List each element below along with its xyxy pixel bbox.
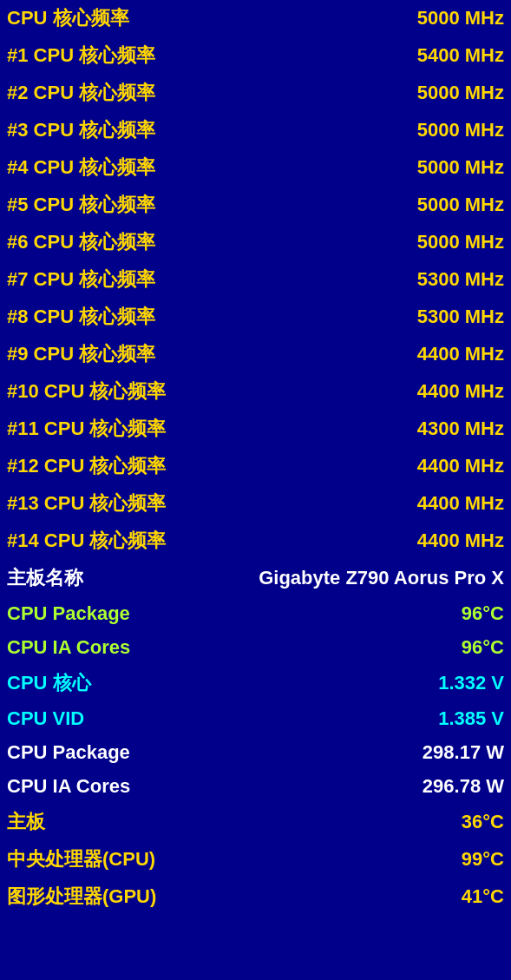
row-cpu-core-5: #5 CPU 核心频率5000 MHz [0, 187, 511, 224]
label-cpu-core-7: #7 CPU 核心频率 [7, 266, 155, 293]
row-cpu-core-12: #12 CPU 核心频率4400 MHz [0, 448, 511, 485]
label-cpu-package-temp: CPU Package [7, 602, 130, 625]
row-cpu-core-6: #6 CPU 核心频率5000 MHz [0, 224, 511, 261]
label-cpu-core-5: #5 CPU 核心频率 [7, 192, 155, 218]
label-cpu-core-1: #1 CPU 核心频率 [7, 43, 155, 69]
row-cpu-core-2: #2 CPU 核心频率5000 MHz [0, 75, 511, 112]
value-mobo-temp: 36°C [462, 811, 504, 833]
value-cpu-core-10: 4400 MHz [417, 380, 504, 403]
label-cpu-core-6: #6 CPU 核心频率 [7, 229, 155, 255]
label-cpu-core-8: #8 CPU 核心频率 [7, 304, 155, 330]
label-mobo-name: 主板名称 [7, 565, 83, 591]
label-cpu-package-power: CPU Package [7, 741, 130, 764]
label-cpu-core-2: #2 CPU 核心频率 [7, 80, 155, 106]
label-cpu-core-11: #11 CPU 核心频率 [7, 416, 166, 442]
label-gpu-temp: 图形处理器(GPU) [7, 884, 156, 910]
value-cpu-core-2: 5000 MHz [417, 82, 504, 104]
row-cpu-ia-cores-temp: CPU IA Cores96°C [0, 631, 511, 665]
label-cpu-vid: CPU VID [7, 707, 84, 730]
label-cpu-core-3: #3 CPU 核心频率 [7, 117, 155, 143]
row-cpu-core-voltage: CPU 核心1.332 V [0, 665, 511, 702]
row-cpu-core-13: #13 CPU 核心频率4400 MHz [0, 485, 511, 523]
label-cpu-core-9: #9 CPU 核心频率 [7, 341, 155, 367]
value-cpu-ia-cores-power: 296.78 W [423, 775, 504, 798]
label-cpu-ia-cores-temp: CPU IA Cores [7, 636, 130, 659]
value-cpu-core-14: 4400 MHz [417, 529, 504, 552]
label-cpu-core-14: #14 CPU 核心频率 [7, 528, 166, 554]
value-cpu-core-voltage: 1.332 V [438, 672, 504, 694]
label-mobo-temp: 主板 [7, 809, 45, 835]
value-cpu-core-1: 5400 MHz [417, 44, 504, 67]
label-cpu-core-10: #10 CPU 核心频率 [7, 378, 166, 404]
label-cpu-core-freq: CPU 核心频率 [7, 5, 129, 31]
value-cpu-core-8: 5300 MHz [417, 306, 504, 328]
row-cpu-ia-cores-power: CPU IA Cores296.78 W [0, 770, 511, 804]
label-cpu-temp: 中央处理器(CPU) [7, 846, 155, 872]
value-cpu-core-5: 5000 MHz [417, 194, 504, 216]
row-cpu-core-11: #11 CPU 核心频率4300 MHz [0, 411, 511, 448]
label-cpu-ia-cores-power: CPU IA Cores [7, 775, 130, 798]
label-cpu-core-voltage: CPU 核心 [7, 670, 91, 696]
row-mobo-temp: 主板36°C [0, 804, 511, 841]
row-cpu-vid: CPU VID1.385 V [0, 702, 511, 736]
value-cpu-core-12: 4400 MHz [417, 455, 504, 477]
value-cpu-core-3: 5000 MHz [417, 119, 504, 141]
value-cpu-core-freq: 5000 MHz [417, 7, 504, 30]
label-cpu-core-4: #4 CPU 核心频率 [7, 155, 155, 181]
value-cpu-package-power: 298.17 W [423, 741, 504, 764]
value-cpu-core-11: 4300 MHz [417, 418, 504, 440]
row-cpu-package-temp: CPU Package96°C [0, 597, 511, 631]
row-cpu-core-1: #1 CPU 核心频率5400 MHz [0, 37, 511, 75]
row-mobo-name: 主板名称Gigabyte Z790 Aorus Pro X [0, 560, 511, 597]
value-cpu-ia-cores-temp: 96°C [462, 636, 504, 659]
value-cpu-vid: 1.385 V [438, 707, 504, 730]
row-cpu-temp: 中央处理器(CPU)99°C [0, 841, 511, 878]
row-cpu-core-3: #3 CPU 核心频率5000 MHz [0, 112, 511, 149]
row-cpu-core-10: #10 CPU 核心频率4400 MHz [0, 373, 511, 411]
row-cpu-core-9: #9 CPU 核心频率4400 MHz [0, 336, 511, 373]
row-cpu-core-freq: CPU 核心频率5000 MHz [0, 0, 511, 37]
value-cpu-core-13: 4400 MHz [417, 492, 504, 515]
row-cpu-core-8: #8 CPU 核心频率5300 MHz [0, 299, 511, 336]
value-gpu-temp: 41°C [462, 885, 504, 908]
value-mobo-name: Gigabyte Z790 Aorus Pro X [259, 567, 504, 589]
label-cpu-core-13: #13 CPU 核心频率 [7, 490, 166, 516]
row-gpu-temp: 图形处理器(GPU)41°C [0, 878, 511, 916]
row-cpu-core-14: #14 CPU 核心频率4400 MHz [0, 523, 511, 560]
label-cpu-core-12: #12 CPU 核心频率 [7, 453, 166, 479]
row-cpu-core-4: #4 CPU 核心频率5000 MHz [0, 149, 511, 187]
value-cpu-package-temp: 96°C [462, 602, 504, 625]
value-cpu-core-4: 5000 MHz [417, 156, 504, 179]
value-cpu-temp: 99°C [462, 848, 504, 871]
value-cpu-core-9: 4400 MHz [417, 343, 504, 365]
row-cpu-core-7: #7 CPU 核心频率5300 MHz [0, 261, 511, 299]
row-cpu-package-power: CPU Package298.17 W [0, 736, 511, 770]
main-container: CPU 核心频率5000 MHz#1 CPU 核心频率5400 MHz#2 CP… [0, 0, 511, 916]
value-cpu-core-7: 5300 MHz [417, 268, 504, 291]
value-cpu-core-6: 5000 MHz [417, 231, 504, 253]
